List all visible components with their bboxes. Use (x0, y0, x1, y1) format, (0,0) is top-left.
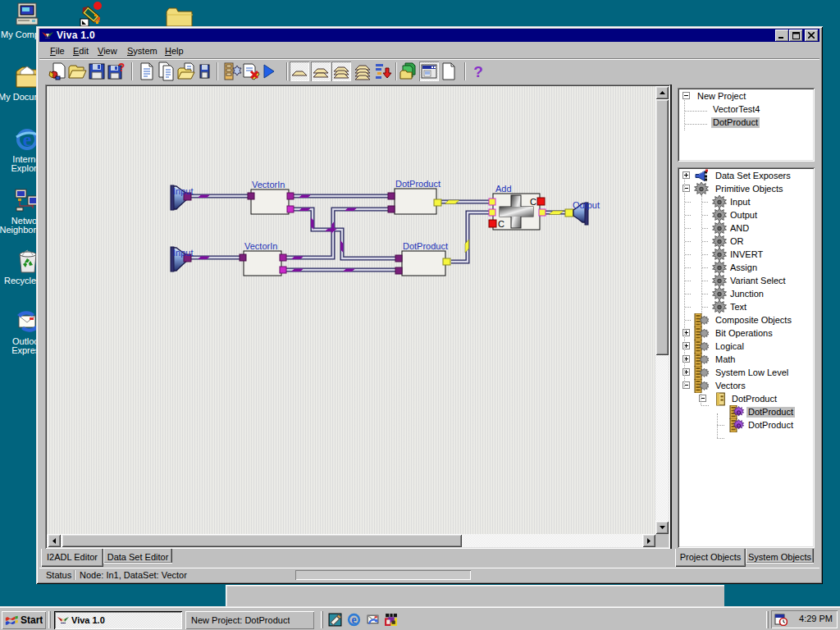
menu-file[interactable]: File (48, 44, 67, 57)
tree-connector (685, 281, 691, 281)
tree-connector (702, 294, 708, 294)
copy-sheets-button[interactable] (157, 62, 176, 81)
tree-item-dotproduct[interactable]: DotProduct (679, 116, 813, 129)
close-button[interactable] (805, 30, 818, 41)
tree-item-dotproduct[interactable]: DotProduct (679, 405, 813, 418)
tree-item-data-set-exposers[interactable]: Data Set Exposers (679, 169, 813, 182)
title-bar[interactable]: Viva 1.0 (39, 29, 819, 42)
menu-system[interactable]: System (125, 44, 160, 57)
maximize-button[interactable] (789, 30, 802, 41)
scroll-right-button[interactable] (642, 534, 655, 547)
tree-item-junction[interactable]: Junction (679, 287, 813, 300)
tree-item-variant-select[interactable]: Variant Select (679, 274, 813, 287)
diagram-node-input2[interactable]: Input (171, 247, 193, 272)
diagram-node-vectorin2[interactable]: VectorIn (240, 241, 286, 276)
layer-two-button[interactable] (311, 62, 331, 81)
start-button[interactable]: Start (2, 611, 46, 629)
taskbar-task-viva[interactable]: Viva 1.0 (54, 611, 182, 629)
i2adl-canvas[interactable]: Input Input VectorIn VectorIn (47, 86, 655, 534)
tree-item-vectors[interactable]: Vectors (679, 379, 813, 392)
horizontal-scroll-thumb[interactable] (62, 534, 462, 547)
quick-launch-outlook[interactable] (366, 613, 380, 628)
small-save-button[interactable] (194, 62, 214, 81)
diagram-node-input1[interactable]: Input (171, 185, 193, 210)
help-button[interactable] (468, 62, 488, 81)
taskbar-task-new-project[interactable]: New Project: DotProduct (185, 611, 314, 629)
layer-three-button[interactable] (331, 62, 351, 81)
diagram-node-output[interactable]: Output (565, 200, 600, 225)
system-tray: 4:29 PM (771, 610, 838, 628)
tree-item-dotproduct[interactable]: DotProduct (679, 392, 813, 405)
tree-item-primitive-objects[interactable]: Primitive Objects (679, 182, 813, 195)
menu-edit[interactable]: Edit (71, 44, 91, 57)
small-save-icon (194, 62, 214, 81)
blank-page-button[interactable] (439, 62, 459, 81)
tree-item-bit-operations[interactable]: Bit Operations (679, 326, 813, 340)
tab-project-objects[interactable]: Project Objects (675, 549, 746, 567)
taskbar-clock[interactable]: 4:29 PM (799, 614, 833, 623)
new-project-button[interactable] (48, 62, 67, 81)
diagram-node-add[interactable]: Add C C (489, 184, 546, 230)
window-view-icon (419, 62, 439, 81)
scroll-left-button[interactable] (48, 534, 61, 547)
tree-expander[interactable] (682, 171, 690, 179)
layer-four-button[interactable] (353, 62, 372, 81)
desktop-folder-icon[interactable] (166, 7, 194, 28)
quick-launch-desktop[interactable] (328, 613, 342, 628)
window-system-icon[interactable] (42, 30, 53, 40)
laddergear-icon (694, 313, 709, 327)
tree-item-dotproduct[interactable]: DotProduct (679, 418, 813, 431)
tree-item-composite-objects[interactable]: Composite Objects (679, 313, 813, 326)
save-question-button[interactable] (107, 62, 126, 81)
tray-scheduler-icon[interactable] (774, 613, 788, 626)
save-button[interactable] (87, 62, 107, 81)
layer-one-button[interactable] (290, 62, 309, 81)
tree-item-invert[interactable]: INVERT (679, 248, 813, 261)
diagram-node-vectorin1[interactable]: VectorIn (248, 180, 294, 214)
tree-item-math[interactable]: Math (679, 353, 813, 366)
vertical-scroll-thumb[interactable] (655, 99, 669, 355)
compile-button[interactable] (222, 62, 242, 81)
quick-launch-internet-explorer[interactable] (347, 613, 361, 628)
tree-connector (702, 241, 708, 242)
gear-icon (712, 300, 727, 314)
open-folder-button[interactable] (67, 62, 87, 81)
tree-item-and[interactable]: AND (679, 221, 813, 235)
desktop-shortcut-viva[interactable] (78, 1, 106, 27)
project-tree[interactable]: New Project VectorTest4 DotProduct (678, 88, 815, 162)
diagram-node-dotproduct2[interactable]: DotProduct (395, 241, 450, 276)
tab-i2adl-editor[interactable]: I2ADL Editor (41, 549, 103, 567)
hierarchy-button[interactable] (372, 62, 392, 81)
menu-help[interactable]: Help (162, 44, 186, 57)
system-object-tree[interactable]: Data Set Exposers Primitive Objects Inpu… (678, 167, 815, 548)
panel-splitter[interactable] (670, 84, 672, 549)
tree-item-logical[interactable]: Logical (679, 340, 813, 353)
diagram-node-dotproduct1[interactable]: DotProduct (388, 179, 441, 214)
tree-expander[interactable] (682, 92, 690, 99)
tree-item-system-low-level[interactable]: System Low Level (679, 366, 813, 379)
open-sheet-button[interactable] (176, 62, 196, 81)
scroll-down-button[interactable] (655, 521, 669, 534)
tree-item-input[interactable]: Input (679, 195, 813, 208)
tree-item-vectortest4[interactable]: VectorTest4 (679, 103, 813, 116)
menu-view[interactable]: View (95, 44, 120, 57)
tree-item-output[interactable]: Output (679, 208, 813, 221)
svg-text:VectorIn: VectorIn (244, 241, 277, 251)
tab-system-objects[interactable]: System Objects (746, 549, 814, 564)
tab-data-set-editor[interactable]: Data Set Editor (103, 549, 172, 564)
tree-item-assign[interactable]: Assign (679, 261, 813, 274)
window-view-button[interactable] (419, 62, 439, 81)
minimize-button[interactable] (775, 30, 788, 41)
new-sheet-button[interactable] (137, 62, 157, 81)
purplegear-icon (729, 418, 744, 432)
tree-connector (702, 215, 708, 216)
tree-item-new-project[interactable]: New Project (679, 89, 813, 103)
green-sheets-button[interactable] (399, 62, 418, 81)
run-button[interactable] (258, 62, 278, 81)
quick-launch-msn[interactable] (384, 613, 398, 628)
scroll-up-button[interactable] (655, 86, 669, 99)
tree-item-text[interactable]: Text (679, 300, 813, 313)
tree-item-label: Assign (728, 262, 759, 273)
tree-item-or[interactable]: OR (679, 235, 813, 248)
tree-item-label: Output (728, 210, 759, 221)
